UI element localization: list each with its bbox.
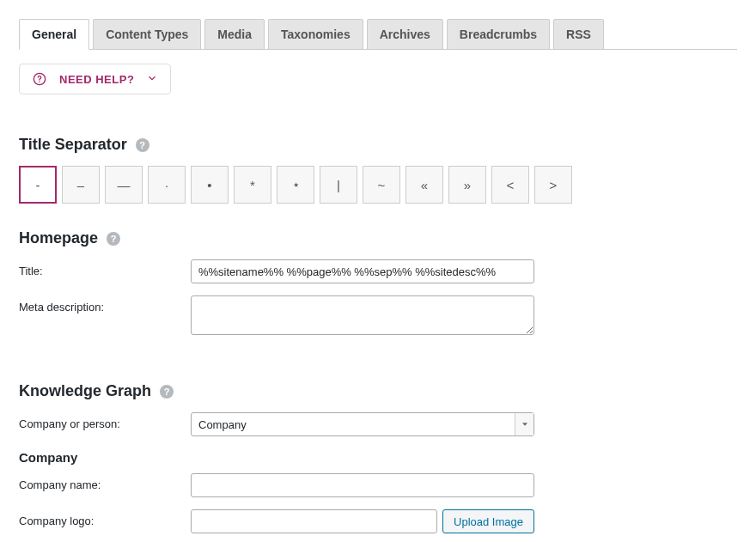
tab-content-types[interactable]: Content Types xyxy=(93,19,201,50)
company-logo-label: Company logo: xyxy=(19,509,191,527)
separator-option-tilde[interactable]: ~ xyxy=(363,166,400,204)
homepage-title-input[interactable] xyxy=(191,259,534,283)
separator-option-middot[interactable]: · xyxy=(148,166,186,204)
separator-option-asterisk[interactable]: * xyxy=(234,166,271,204)
knowledge-graph-heading: Knowledge Graph xyxy=(19,382,151,400)
company-or-person-label: Company or person: xyxy=(19,412,191,430)
homepage-heading: Homepage xyxy=(19,229,98,247)
tab-taxonomies[interactable]: Taxonomies xyxy=(268,19,363,50)
upload-image-button[interactable]: Upload Image xyxy=(442,509,534,533)
question-circle-icon xyxy=(32,71,47,87)
svg-point-1 xyxy=(39,82,40,82)
company-name-input[interactable] xyxy=(191,473,534,497)
tab-breadcrumbs[interactable]: Breadcrumbs xyxy=(447,19,550,50)
separator-option-endash[interactable]: – xyxy=(62,166,100,204)
separator-option-lt[interactable]: < xyxy=(491,166,529,204)
tab-general[interactable]: General xyxy=(19,19,89,50)
tabs: General Content Types Media Taxonomies A… xyxy=(19,19,737,50)
separator-option-hyphen[interactable]: - xyxy=(19,166,57,204)
separator-option-bullet[interactable]: • xyxy=(191,166,229,204)
company-or-person-select[interactable]: Company xyxy=(191,412,534,436)
help-icon[interactable]: ? xyxy=(136,138,149,152)
tab-media[interactable]: Media xyxy=(204,19,265,50)
help-icon[interactable]: ? xyxy=(107,232,120,246)
separator-option-gt[interactable]: > xyxy=(534,166,572,204)
title-separator-heading: Title Separator xyxy=(19,136,127,154)
separator-option-emdash[interactable]: — xyxy=(105,166,143,204)
tab-rss[interactable]: RSS xyxy=(553,19,604,50)
need-help-button[interactable]: NEED HELP? xyxy=(19,64,171,94)
separator-options: - – — · • * ⋆ | ~ « » < > xyxy=(19,166,737,204)
company-logo-input[interactable] xyxy=(191,509,437,533)
separator-option-laquo[interactable]: « xyxy=(405,166,443,204)
homepage-meta-label: Meta description: xyxy=(19,295,191,314)
separator-option-raquo[interactable]: » xyxy=(448,166,486,204)
chevron-down-icon xyxy=(146,72,158,87)
need-help-label: NEED HELP? xyxy=(59,73,134,86)
homepage-title-label: Title: xyxy=(19,259,191,277)
separator-option-pipe[interactable]: | xyxy=(320,166,357,204)
company-subheading: Company xyxy=(19,450,737,465)
homepage-meta-input[interactable] xyxy=(191,295,534,335)
tab-archives[interactable]: Archives xyxy=(367,19,443,50)
help-icon[interactable]: ? xyxy=(160,385,174,399)
company-name-label: Company name: xyxy=(19,473,191,491)
separator-option-star[interactable]: ⋆ xyxy=(277,166,314,204)
